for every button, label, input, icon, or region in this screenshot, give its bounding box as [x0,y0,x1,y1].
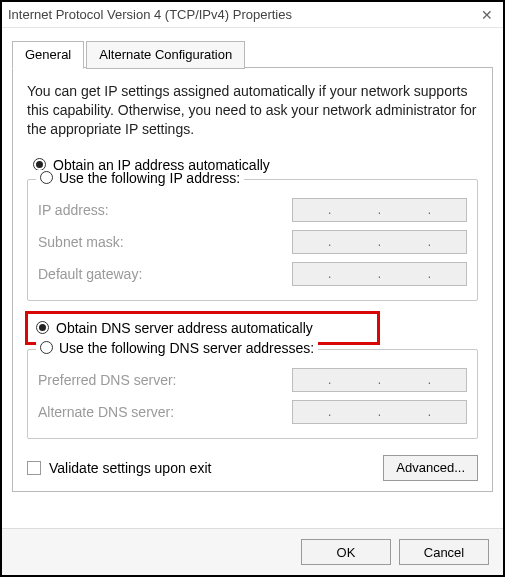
input-default-gateway: ... [292,262,467,286]
label-subnet-mask: Subnet mask: [38,234,292,250]
ok-button[interactable]: OK [301,539,391,565]
label-alternate-dns: Alternate DNS server: [38,404,292,420]
radio-icon [40,341,53,354]
label-validate-on-exit: Validate settings upon exit [49,460,375,476]
description-text: You can get IP settings assigned automat… [27,82,478,139]
radio-use-following-dns[interactable]: Use the following DNS server addresses: [36,340,318,356]
general-panel: You can get IP settings assigned automat… [12,67,493,492]
titlebar: Internet Protocol Version 4 (TCP/IPv4) P… [2,2,503,28]
input-preferred-dns: ... [292,368,467,392]
input-subnet-mask: ... [292,230,467,254]
cancel-button[interactable]: Cancel [399,539,489,565]
ip-manual-fieldset: Use the following IP address: IP address… [27,179,478,301]
dns-manual-fieldset: Use the following DNS server addresses: … [27,349,478,439]
window-title: Internet Protocol Version 4 (TCP/IPv4) P… [8,7,477,22]
input-ip-address: ... [292,198,467,222]
label-default-gateway: Default gateway: [38,266,292,282]
radio-use-following-ip[interactable]: Use the following IP address: [36,170,244,186]
advanced-button[interactable]: Advanced... [383,455,478,481]
checkbox-validate-on-exit[interactable] [27,461,41,475]
radio-label: Use the following IP address: [59,170,240,186]
label-preferred-dns: Preferred DNS server: [38,372,292,388]
radio-label: Use the following DNS server addresses: [59,340,314,356]
label-ip-address: IP address: [38,202,292,218]
tab-strip: General Alternate Configuration [12,40,493,68]
input-alternate-dns: ... [292,400,467,424]
radio-icon [36,321,49,334]
radio-icon [40,171,53,184]
ipv4-properties-dialog: Internet Protocol Version 4 (TCP/IPv4) P… [0,0,505,577]
tab-general[interactable]: General [12,41,84,69]
tab-alternate-configuration[interactable]: Alternate Configuration [86,41,245,69]
radio-label: Obtain DNS server address automatically [56,320,313,336]
close-icon[interactable]: ✕ [477,7,497,23]
dialog-footer: OK Cancel [2,528,503,575]
radio-obtain-dns-auto[interactable]: Obtain DNS server address automatically [36,320,369,336]
